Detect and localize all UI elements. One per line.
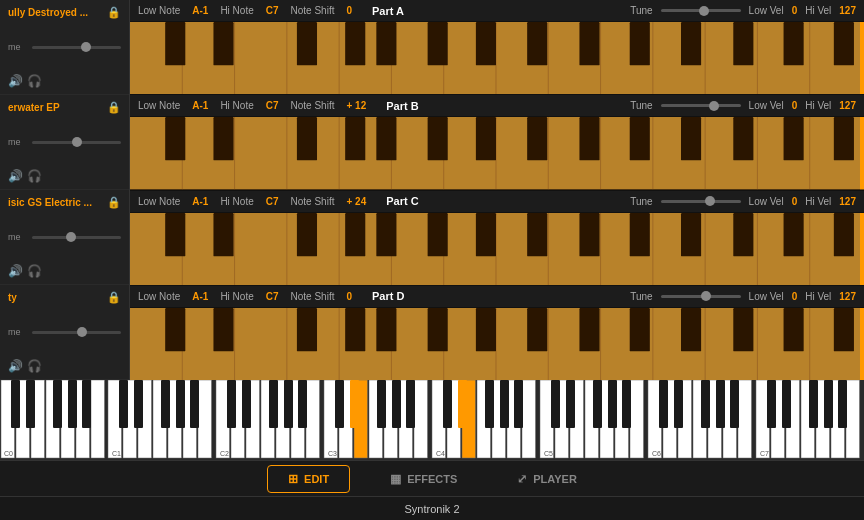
svg-rect-165: [738, 380, 752, 458]
svg-rect-14: [165, 22, 185, 65]
speaker-icon-3[interactable]: 🔊: [8, 264, 23, 278]
svg-rect-29: [130, 117, 864, 189]
svg-rect-51: [579, 117, 599, 160]
svg-rect-204: [674, 380, 683, 428]
svg-text:C0: C0: [4, 450, 13, 457]
sidebar-item-1: ully Destroyed ... 🔒 me 🔊 🎧: [0, 0, 129, 95]
svg-rect-196: [500, 380, 509, 428]
bottom-piano: C0 C1 C2 C3 C4 C5 C6 C7: [0, 380, 864, 460]
tab-effects[interactable]: ▦ EFFECTS: [370, 466, 477, 492]
hi-note-value-c[interactable]: C7: [266, 196, 279, 207]
hi-vel-value-d[interactable]: 127: [839, 291, 856, 302]
lock-icon-2[interactable]: 🔒: [107, 101, 121, 114]
sidebar-slider-2[interactable]: [32, 141, 121, 144]
hi-vel-value-a[interactable]: 127: [839, 5, 856, 16]
svg-rect-54: [733, 117, 753, 160]
svg-rect-85: [834, 213, 854, 256]
svg-rect-206: [716, 380, 725, 428]
low-vel-value-c[interactable]: 0: [792, 196, 798, 207]
headphone-icon-1[interactable]: 🎧: [27, 74, 42, 88]
svg-rect-194: [458, 380, 467, 428]
svg-rect-23: [630, 22, 650, 65]
svg-rect-144: [414, 380, 428, 458]
note-shift-value-c[interactable]: + 24: [346, 196, 366, 207]
svg-rect-212: [838, 380, 847, 428]
svg-rect-137: [306, 380, 320, 458]
mini-keyboard-c[interactable]: [130, 213, 864, 285]
note-shift-label-d: Note Shift: [291, 291, 335, 302]
tune-slider-d[interactable]: [661, 295, 741, 298]
sidebar-item-3: isic GS Electric ... 🔒 me 🔊 🎧: [0, 190, 129, 285]
hi-vel-value-b[interactable]: 127: [839, 100, 856, 111]
headphone-icon-3[interactable]: 🎧: [27, 264, 42, 278]
svg-rect-105: [376, 308, 396, 351]
lock-icon-4[interactable]: 🔒: [107, 291, 121, 304]
mini-keyboard-a[interactable]: [130, 22, 864, 94]
svg-rect-123: [91, 380, 105, 458]
sidebar-item-name-4: ty: [8, 292, 17, 303]
low-vel-value-d[interactable]: 0: [792, 291, 798, 302]
tune-section-a: Tune Low Vel 0 Hi Vel 127: [630, 5, 856, 16]
note-shift-label-a: Note Shift: [291, 5, 335, 16]
low-note-value-a[interactable]: A-1: [192, 5, 208, 16]
sidebar-slider-3[interactable]: [32, 236, 121, 239]
svg-rect-50: [527, 117, 547, 160]
svg-rect-56: [834, 117, 854, 160]
speaker-icon-1[interactable]: 🔊: [8, 74, 23, 88]
low-vel-value-a[interactable]: 0: [792, 5, 798, 16]
headphone-icon-4[interactable]: 🎧: [27, 359, 42, 373]
low-vel-value-b[interactable]: 0: [792, 100, 798, 111]
low-note-value-c[interactable]: A-1: [192, 196, 208, 207]
lock-icon-3[interactable]: 🔒: [107, 196, 121, 209]
lock-icon-1[interactable]: 🔒: [107, 6, 121, 19]
tune-label-c: Tune: [630, 196, 652, 207]
speaker-icon-4[interactable]: 🔊: [8, 359, 23, 373]
edit-icon: ⊞: [288, 472, 298, 486]
svg-rect-209: [782, 380, 791, 428]
mini-keyboard-b[interactable]: [130, 117, 864, 189]
piano-keys-area[interactable]: C0 C1 C2 C3 C4 C5 C6 C7: [0, 380, 864, 460]
hi-note-value-b[interactable]: C7: [266, 100, 279, 111]
sidebar-slider-1[interactable]: [32, 46, 121, 49]
part-label-c: Part C: [386, 195, 418, 207]
tab-edit[interactable]: ⊞ EDIT: [267, 465, 350, 493]
hi-vel-value-c[interactable]: 127: [839, 196, 856, 207]
tune-slider-c[interactable]: [661, 200, 741, 203]
svg-rect-107: [476, 308, 496, 351]
svg-rect-83: [733, 213, 753, 256]
tune-slider-a[interactable]: [661, 9, 741, 12]
svg-rect-82: [681, 213, 701, 256]
keyboard-panels: Low Note A-1 Hi Note C7 Note Shift 0 Par…: [130, 0, 864, 380]
note-shift-value-d[interactable]: 0: [346, 291, 352, 302]
note-shift-value-a[interactable]: 0: [346, 5, 352, 16]
speaker-icon-2[interactable]: 🔊: [8, 169, 23, 183]
hi-note-label-c: Hi Note: [220, 196, 253, 207]
svg-rect-114: [834, 308, 854, 351]
svg-rect-75: [345, 213, 365, 256]
hi-vel-label-c: Hi Vel: [805, 196, 831, 207]
mini-keyboard-d[interactable]: [130, 308, 864, 380]
hi-note-label-b: Hi Note: [220, 100, 253, 111]
svg-rect-151: [522, 380, 536, 458]
svg-rect-183: [227, 380, 236, 428]
tune-slider-b[interactable]: [661, 104, 741, 107]
note-shift-value-b[interactable]: + 12: [346, 100, 366, 111]
headphone-icon-2[interactable]: 🎧: [27, 169, 42, 183]
hi-note-value-a[interactable]: C7: [266, 5, 279, 16]
tune-label-d: Tune: [630, 291, 652, 302]
tab-player[interactable]: ⤢ PLAYER: [497, 466, 597, 492]
low-note-value-d[interactable]: A-1: [192, 291, 208, 302]
svg-text:C6: C6: [652, 450, 661, 457]
svg-text:C3: C3: [328, 450, 337, 457]
svg-rect-26: [784, 22, 804, 65]
low-note-value-b[interactable]: A-1: [192, 100, 208, 111]
hi-note-value-d[interactable]: C7: [266, 291, 279, 302]
svg-rect-46: [345, 117, 365, 160]
svg-rect-73: [213, 213, 233, 256]
svg-rect-86: [860, 213, 864, 285]
app-title: Syntronik 2: [404, 503, 459, 515]
tune-label-b: Tune: [630, 100, 652, 111]
tune-section-c: Tune Low Vel 0 Hi Vel 127: [630, 196, 856, 207]
sidebar-vol-label-3: me: [8, 232, 28, 242]
sidebar-slider-4[interactable]: [32, 331, 121, 334]
